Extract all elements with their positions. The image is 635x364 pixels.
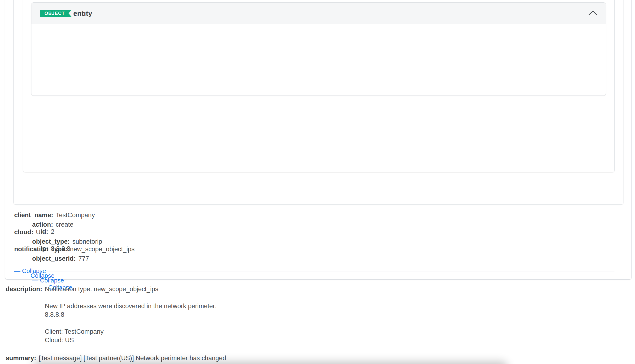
object-type-badge: OBJECT (40, 10, 72, 17)
field-label: notification_type: (14, 246, 68, 253)
collapse-entity-button[interactable] (585, 6, 600, 21)
field-row-client-name: client_name: TestCompany (14, 206, 622, 224)
collapse-link[interactable]: — Collapse (14, 267, 46, 275)
field-value: [Test message] [Test partner(US)] Networ… (39, 354, 226, 362)
field-label: client_name: (14, 212, 53, 219)
entity-card-header: OBJECT entity (32, 2, 606, 24)
field-row-notification-type: notification_type: new_scope_object_ips (14, 240, 622, 258)
field-row-description: description: Notification type: new_scop… (6, 285, 621, 344)
entity-card-title: entity (73, 10, 92, 18)
field-row-summary: summary: [Test message] [Test partner(US… (6, 354, 621, 362)
notification-card: OBJECT entity id: 2 (5, 0, 632, 280)
data-wrapper-card: OBJECT entity id: 2 (14, 0, 624, 205)
field-label: description: (6, 285, 42, 293)
outer-panel-left-border (2, 0, 2, 280)
notification-collapse-row: — Collapse (14, 262, 622, 280)
object-card: OBJECT entity id: 2 (23, 0, 615, 172)
field-value: US (36, 228, 45, 236)
field-value: TestCompany (56, 212, 95, 219)
field-label: summary: (6, 354, 36, 362)
entity-card: OBJECT entity id: 2 (31, 2, 606, 96)
field-label: cloud: (14, 228, 33, 236)
field-value: new_scope_object_ips (70, 246, 134, 253)
chevron-up-icon (588, 10, 598, 17)
field-value: Notification type: new_scope_object_ips … (45, 285, 217, 344)
field-row-cloud: cloud: US (14, 224, 622, 240)
notification-detail-view: OBJECT entity id: 2 (0, 0, 635, 364)
